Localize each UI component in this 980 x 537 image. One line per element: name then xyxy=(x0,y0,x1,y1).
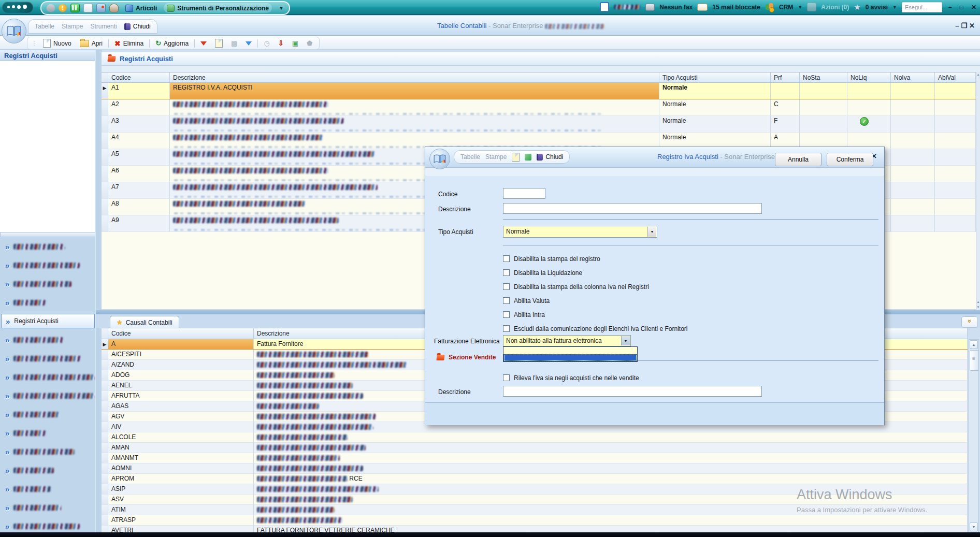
grid1-scrollbar[interactable]: ▲ ▲ ▼ xyxy=(976,72,980,310)
checkbox-row[interactable]: Disabilita la stampa del registro xyxy=(503,255,600,263)
cell-descrizione[interactable] xyxy=(254,432,968,442)
dropdown-option[interactable] xyxy=(503,347,637,354)
taskbar-tab-strumenti[interactable]: Strumenti di Personalizzazione xyxy=(164,3,272,13)
cell-noiva[interactable] xyxy=(891,149,935,165)
tab-causali-contabili[interactable]: ★ Causali Contabili xyxy=(110,316,179,328)
table-row[interactable]: APROM RCE xyxy=(102,474,968,484)
cell-codice[interactable]: ALCOLE xyxy=(108,432,254,442)
sidebar-item[interactable]: » xyxy=(0,256,96,274)
fax-icon[interactable] xyxy=(645,4,655,11)
cell-abival[interactable] xyxy=(935,182,976,198)
cell-noiva[interactable] xyxy=(891,116,935,132)
checkbox[interactable] xyxy=(503,297,510,304)
scroll-page-icon[interactable]: ▲ xyxy=(976,300,980,303)
dialog-menu-tabelle[interactable]: Tabelle xyxy=(460,153,480,161)
scroll-down-icon[interactable]: ▼ xyxy=(976,306,980,309)
menu-chiudi[interactable]: Chiudi xyxy=(124,23,151,30)
avvisi-caret-icon[interactable]: ▼ xyxy=(892,5,897,10)
cell-codice[interactable]: AMANMT xyxy=(108,453,254,463)
table-row[interactable]: AMAN xyxy=(102,443,968,453)
cell-prf[interactable]: C xyxy=(771,99,800,115)
cell-codice[interactable]: A9 xyxy=(108,215,170,231)
cell-codice[interactable]: AENEL xyxy=(108,381,254,390)
column-header-descrizione[interactable]: Descrizione xyxy=(170,72,659,82)
taskbar-expand-icon[interactable]: ▼ xyxy=(279,5,284,11)
cell-codice[interactable]: A5 xyxy=(108,149,170,165)
cell-nosta[interactable] xyxy=(800,116,847,132)
codice-field[interactable] xyxy=(503,188,545,199)
table-row[interactable]: ATRASP xyxy=(102,515,968,526)
scrollbar-thumb[interactable] xyxy=(970,350,979,371)
sidebar-item[interactable]: » xyxy=(0,349,96,368)
sidebar-item[interactable]: » xyxy=(0,461,96,480)
table-row[interactable]: A2 Normale C xyxy=(102,99,976,116)
cell-descrizione[interactable]: REGISTRO I.V.A. ACQUISTI xyxy=(170,83,659,99)
checkbox-row[interactable]: Disabilita la stampa della colonna Iva n… xyxy=(503,283,649,291)
mail-blocked-label[interactable]: 15 mail bloccate xyxy=(712,4,760,11)
tipo-acquisti-combo[interactable]: Normale ▼ xyxy=(503,226,657,238)
menu-tabelle[interactable]: Tabelle xyxy=(35,23,54,30)
avvisi-label[interactable]: 0 avvisi xyxy=(866,4,888,11)
cell-prf[interactable] xyxy=(771,83,800,99)
cell-noiva[interactable] xyxy=(891,99,935,115)
dialog-menu-stampe[interactable]: Stampe xyxy=(485,153,507,161)
table-row[interactable]: AOMNI xyxy=(102,463,968,474)
sidebar-item[interactable]: » xyxy=(0,405,96,424)
cell-codice[interactable]: ATRASP xyxy=(108,515,254,525)
cell-codice[interactable]: ATIM xyxy=(108,505,254,515)
sidebar-item[interactable]: » xyxy=(0,293,96,312)
apri-button[interactable]: Apri xyxy=(77,39,105,48)
cell-codice[interactable]: A/CESPITI xyxy=(108,350,254,359)
cell-nosta[interactable] xyxy=(800,83,847,99)
blank-page-button[interactable] xyxy=(212,38,225,48)
fax-status-label[interactable]: Nessun fax xyxy=(659,4,693,11)
cell-tipo-acquisti[interactable]: Normale xyxy=(659,99,771,115)
sidebar-item[interactable]: » xyxy=(0,386,96,405)
sidebar-splitter[interactable] xyxy=(0,232,96,237)
taskbar-maximize-button[interactable]: □ xyxy=(958,4,965,11)
cell-tipo-acquisti[interactable]: Normale xyxy=(659,83,771,99)
checkbox-row[interactable]: Abilita Valuta xyxy=(503,297,550,304)
cell-abival[interactable] xyxy=(935,199,976,215)
cell-descrizione[interactable] xyxy=(170,99,659,115)
taskbar-minimize-button[interactable]: – xyxy=(947,4,954,11)
cell-prf[interactable]: F xyxy=(771,116,800,132)
cell-codice[interactable]: AMAN xyxy=(108,443,254,453)
descrizione2-field[interactable] xyxy=(503,386,762,397)
filter-button[interactable] xyxy=(243,41,254,46)
checkbox[interactable] xyxy=(503,283,510,290)
cell-abival[interactable] xyxy=(935,133,976,149)
map-icon[interactable] xyxy=(96,4,106,12)
descrizione-field[interactable] xyxy=(503,203,762,214)
menu-strumenti[interactable]: Strumenti xyxy=(90,23,117,30)
column-header-abival[interactable]: AbiVal xyxy=(935,72,976,82)
export-button[interactable]: ⇩ xyxy=(276,39,286,48)
user-icon[interactable] xyxy=(109,4,119,12)
cell-noiva[interactable] xyxy=(891,133,935,149)
conferma-button[interactable]: Conferma xyxy=(827,153,873,166)
cell-codice[interactable]: APROM xyxy=(108,474,254,484)
elimina-button[interactable]: ✖Elimina xyxy=(112,39,146,48)
cell-codice[interactable]: A xyxy=(108,339,254,349)
crm-label[interactable]: CRM xyxy=(779,4,793,11)
esegui-input[interactable] xyxy=(902,2,942,12)
sidebar-item[interactable]: » xyxy=(0,442,96,461)
cell-noliq[interactable] xyxy=(847,83,891,99)
dropdown-option[interactable] xyxy=(503,354,637,361)
cell-codice[interactable]: A8 xyxy=(108,199,170,215)
sidebar-item[interactable]: » xyxy=(0,330,96,349)
fatturazione-combo[interactable]: Non abilitato alla fattura elettronica ▼ xyxy=(503,335,631,346)
sidebar-item[interactable]: » Registri Acquisti xyxy=(1,314,95,328)
window-close-button[interactable]: ✕ xyxy=(969,22,977,30)
cell-noliq[interactable] xyxy=(847,99,891,115)
column-header-codice[interactable]: Codice xyxy=(108,328,254,339)
table-row[interactable]: AMANMT xyxy=(102,453,968,463)
scroll-up-button[interactable]: ▲ xyxy=(970,340,978,349)
grid2-scrollbar[interactable]: ▲ ▼ xyxy=(969,339,979,532)
hand-icon[interactable] xyxy=(47,4,55,12)
sidebar-item[interactable]: » xyxy=(0,274,96,293)
app-logo[interactable] xyxy=(2,2,33,13)
new-page-icon[interactable] xyxy=(512,153,520,162)
clear-filter-button[interactable] xyxy=(198,41,209,46)
cell-abival[interactable] xyxy=(935,116,976,132)
